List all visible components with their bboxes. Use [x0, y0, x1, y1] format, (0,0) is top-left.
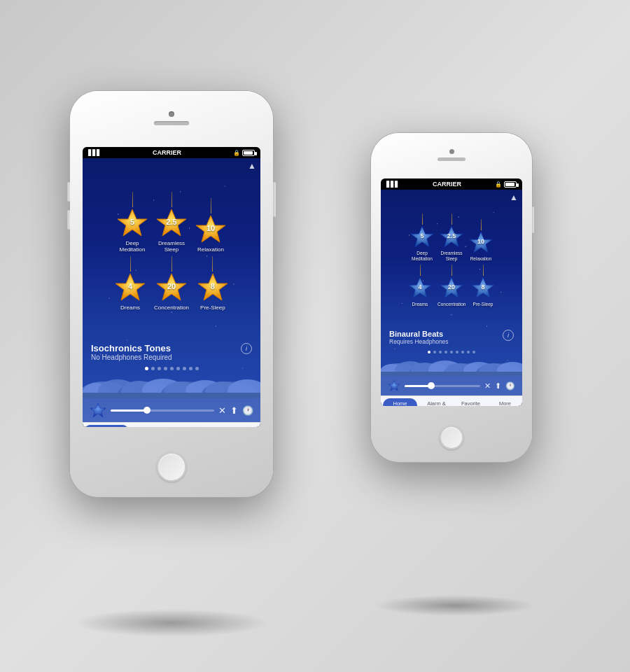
star-shape-concentration: 20: [156, 272, 187, 302]
star-shape-deep-meditation: 5: [117, 207, 148, 238]
speaker-large: [154, 121, 189, 125]
string-deep-meditation: [132, 192, 133, 207]
tab-home-large[interactable]: Home: [85, 425, 128, 427]
stars-grid-small: 5 DeepMeditation: [381, 190, 522, 326]
star-shape-small-2: 2.5: [440, 225, 463, 248]
chevron-up-small[interactable]: ▲: [510, 192, 518, 202]
tab-home-small[interactable]: Home: [383, 398, 417, 406]
player-share-btn-small[interactable]: ⬆: [495, 382, 501, 391]
star-shape-small-5: 20: [440, 276, 463, 300]
phone-large: ▋▋▋ CARRIER 🔒 ▲: [70, 91, 273, 497]
phone-small-top-hardware: [371, 133, 532, 176]
dot-8-large[interactable]: [195, 367, 199, 370]
star-dreams-large[interactable]: 4 Dreams: [115, 256, 146, 312]
star-relaxation-small[interactable]: 10 Relaxation: [469, 219, 493, 262]
scene: ▋▋▋ CARRIER 🔒 ▲: [0, 0, 630, 672]
tab-alarm-small[interactable]: Alarm & Timer: [419, 396, 454, 406]
screen-small: ▋▋▋ CARRIER 🔒 ▲: [381, 178, 522, 406]
home-button-large[interactable]: [157, 452, 186, 482]
phone-small-shadow: [374, 595, 536, 616]
dot-4-large[interactable]: [170, 367, 174, 370]
star-shape-small-6: 8: [471, 276, 495, 300]
dot-0-small[interactable]: [428, 351, 430, 354]
dot-7-small[interactable]: [467, 351, 470, 354]
clouds-large: [83, 373, 260, 398]
signal-large: ▋▋▋: [88, 150, 101, 156]
tab-bar-large: Home Alarm & Timer Favorite More: [83, 422, 260, 427]
star-label-concentration: Concentration: [154, 304, 189, 312]
dot-6-small[interactable]: [461, 351, 464, 354]
dot-7-large[interactable]: [189, 367, 192, 370]
info-icon-large[interactable]: i: [241, 343, 252, 354]
star-label-small-3: Relaxation: [470, 256, 492, 262]
info-title-large: Isochronics Tones: [91, 343, 252, 354]
volume-down-button[interactable]: [67, 210, 70, 230]
home-button-small[interactable]: [440, 426, 463, 449]
tab-favorite-large[interactable]: Favorite: [174, 423, 217, 427]
chevron-up-large[interactable]: ▲: [248, 161, 256, 171]
clouds-svg-large: [83, 373, 260, 398]
dot-8-small[interactable]: [472, 351, 475, 354]
power-button-small[interactable]: [532, 206, 534, 233]
camera-small: [449, 149, 454, 154]
tab-alarm-large[interactable]: Alarm & Timer: [130, 423, 174, 427]
stars-grid-large: 5 DeepMeditation: [83, 158, 260, 339]
star-number-small-5: 20: [448, 284, 455, 290]
player-progress-large[interactable]: [111, 410, 214, 412]
string-small-4: [420, 265, 421, 276]
tab-bar-small: Home Alarm & Timer Favorite More: [381, 396, 522, 406]
star-pre-sleep-small[interactable]: 8 Pre-Sleep: [471, 265, 495, 307]
dot-4-small[interactable]: [450, 351, 453, 354]
dot-0-large[interactable]: [145, 367, 148, 370]
star-concentration-small[interactable]: 20 Concentration: [438, 265, 465, 307]
stars-row-1-small: 5 DeepMeditation: [410, 214, 493, 262]
status-bar-small: ▋▋▋ CARRIER 🔒: [381, 178, 522, 190]
dot-1-large[interactable]: [151, 367, 155, 370]
phone-small: ▋▋▋ CARRIER 🔒 ▲: [371, 133, 532, 462]
star-pre-sleep-large[interactable]: 8 Pre-Sleep: [197, 256, 228, 312]
lock-small: 🔒: [495, 181, 502, 188]
string-concentration: [172, 256, 172, 272]
info-title-small: Binaural Beats: [389, 330, 514, 338]
clouds-small: [381, 356, 522, 376]
dot-1-small[interactable]: [433, 351, 436, 354]
star-concentration-large[interactable]: 20 Concentration: [154, 256, 189, 312]
player-share-btn-large[interactable]: ⬆: [230, 405, 238, 416]
star-deep-meditation-small[interactable]: 5 DeepMeditation: [410, 214, 434, 262]
player-close-btn-large[interactable]: ✕: [218, 405, 226, 416]
star-number-small-2: 2.5: [447, 232, 456, 239]
star-dreams-small[interactable]: 4 Dreams: [408, 265, 432, 307]
player-timer-btn-small[interactable]: 🕐: [505, 382, 515, 391]
dot-2-large[interactable]: [158, 367, 161, 370]
dot-5-large[interactable]: [176, 367, 180, 370]
string-small-1: [422, 214, 423, 225]
string-small-6: [483, 265, 484, 276]
dot-5-small[interactable]: [456, 351, 458, 354]
star-number-deep-meditation: 5: [130, 218, 134, 226]
star-label-small-1: DeepMeditation: [412, 251, 433, 262]
player-timer-btn-large[interactable]: 🕐: [242, 405, 253, 416]
tab-more-small[interactable]: More: [488, 396, 522, 406]
dot-2-small[interactable]: [439, 351, 442, 354]
star-relaxation-large[interactable]: 10 Relaxation: [195, 198, 226, 253]
power-button-large[interactable]: [273, 182, 276, 217]
string-dreamless-sleep: [172, 192, 172, 207]
star-dreamless-small[interactable]: 2.5 DreamlessSleep: [440, 214, 463, 262]
star-deep-meditation-large[interactable]: 5 DeepMeditation: [117, 192, 148, 253]
star-number-concentration: 20: [167, 282, 176, 290]
player-close-btn-small[interactable]: ✕: [484, 382, 491, 391]
svg-marker-19: [90, 403, 106, 417]
stars-row-2-large: 4 Dreams: [115, 256, 228, 312]
dot-6-large[interactable]: [183, 367, 186, 370]
volume-up-button[interactable]: [67, 182, 70, 202]
tab-more-large[interactable]: More: [217, 423, 260, 427]
info-icon-small[interactable]: i: [503, 330, 514, 341]
screen-large: ▋▋▋ CARRIER 🔒 ▲: [83, 147, 260, 427]
dot-3-small[interactable]: [444, 351, 447, 354]
player-progress-small[interactable]: [405, 385, 480, 387]
star-dreamless-sleep-large[interactable]: 2.5 DreamlessSleep: [156, 192, 187, 253]
tab-favorite-small[interactable]: Favorite: [454, 396, 488, 406]
star-shape-small-1: 5: [410, 225, 434, 248]
dot-3-large[interactable]: [164, 367, 167, 370]
string-small-3: [481, 219, 482, 230]
